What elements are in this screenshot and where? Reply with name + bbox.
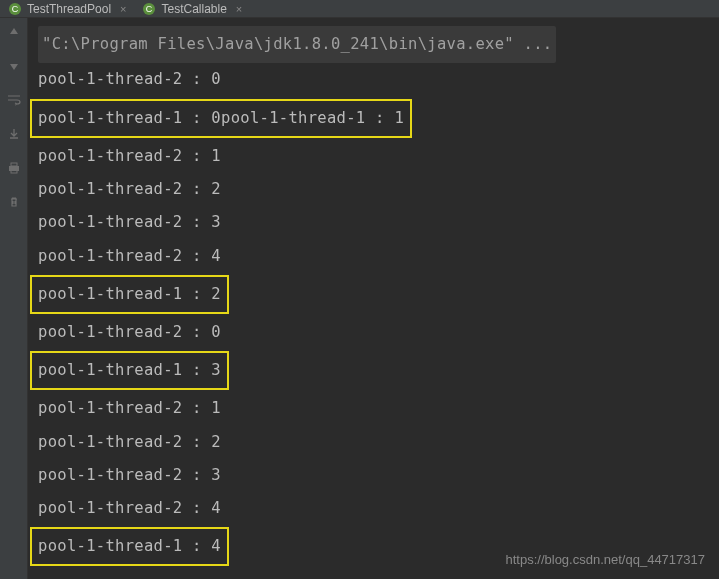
console-line: pool-1-thread-1 : 3 <box>38 355 221 386</box>
tab-label: TestThreadPool <box>27 2 111 16</box>
wrap-icon[interactable] <box>6 92 22 108</box>
highlight-box: pool-1-thread-1 : 0pool-1-thread-1 : 1 <box>30 99 412 138</box>
console-line: pool-1-thread-2 : 3 <box>38 206 221 239</box>
close-icon[interactable]: × <box>236 3 242 15</box>
highlight-box: pool-1-thread-1 : 2 <box>30 275 229 314</box>
highlight-box: pool-1-thread-1 : 3 <box>30 351 229 390</box>
tab-testcallable[interactable]: C TestCallable × <box>134 0 250 17</box>
highlight-box: pool-1-thread-1 : 4 <box>30 527 229 566</box>
command-line: "C:\Program Files\Java\jdk1.8.0_241\bin\… <box>38 26 556 63</box>
console-line: pool-1-thread-2 : 1 <box>38 140 221 173</box>
console-line: pool-1-thread-2 : 0 <box>38 316 221 349</box>
watermark: https://blog.csdn.net/qq_44717317 <box>506 552 706 567</box>
tab-testthreadpool[interactable]: C TestThreadPool × <box>0 0 134 17</box>
svg-text:C: C <box>146 4 153 14</box>
tab-label: TestCallable <box>161 2 226 16</box>
console-line: pool-1-thread-2 : 3 <box>38 459 221 492</box>
content-area: "C:\Program Files\Java\jdk1.8.0_241\bin\… <box>0 18 719 579</box>
svg-rect-4 <box>11 163 17 166</box>
console-line: pool-1-thread-2 : 4 <box>38 492 221 525</box>
download-icon[interactable] <box>6 126 22 142</box>
trash-icon[interactable] <box>6 194 22 210</box>
console-line: pool-1-thread-2 : 0 <box>38 63 221 96</box>
console-line: pool-1-thread-1 : 1 <box>221 103 404 134</box>
close-icon[interactable]: × <box>120 3 126 15</box>
console-line: pool-1-thread-2 : 2 <box>38 173 221 206</box>
console-line: pool-1-thread-1 : 0 <box>38 103 221 134</box>
console-line: pool-1-thread-2 : 4 <box>38 240 221 273</box>
console-output[interactable]: "C:\Program Files\Java\jdk1.8.0_241\bin\… <box>28 18 719 579</box>
gutter <box>0 18 28 579</box>
svg-rect-6 <box>11 170 17 173</box>
console-line: pool-1-thread-2 : 1 <box>38 392 221 425</box>
console-line: pool-1-thread-1 : 2 <box>38 279 221 310</box>
class-icon: C <box>142 2 156 16</box>
tab-bar: C TestThreadPool × C TestCallable × <box>0 0 719 18</box>
console-line: pool-1-thread-1 : 4 <box>38 531 221 562</box>
arrow-down-icon[interactable] <box>6 58 22 74</box>
console-line: pool-1-thread-2 : 2 <box>38 426 221 459</box>
arrow-up-icon[interactable] <box>6 24 22 40</box>
print-icon[interactable] <box>6 160 22 176</box>
svg-text:C: C <box>12 4 19 14</box>
class-icon: C <box>8 2 22 16</box>
